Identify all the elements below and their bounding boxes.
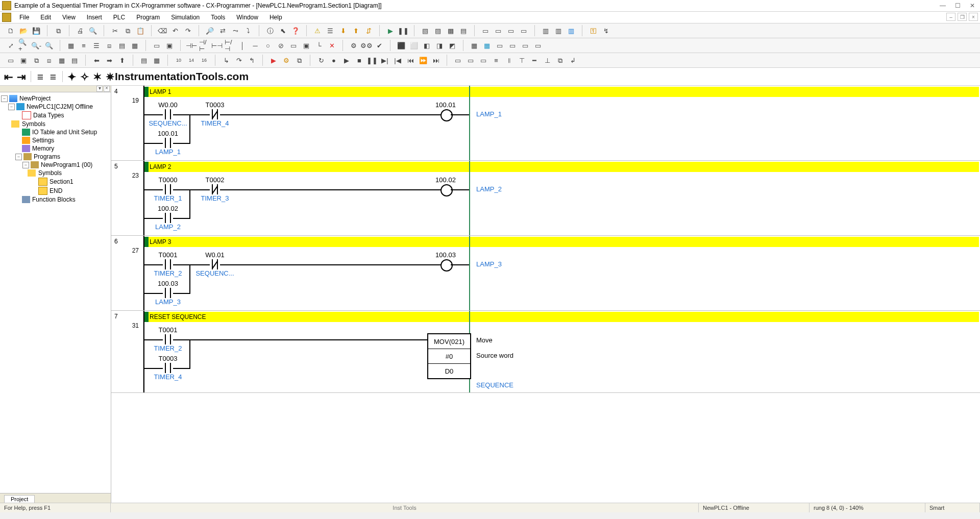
- show-map-button[interactable]: ▦: [129, 40, 140, 51]
- align-left-button[interactable]: ▭: [452, 55, 463, 66]
- mdi-close-button[interactable]: ×: [969, 13, 978, 21]
- print-preview-button[interactable]: 🔍: [87, 25, 99, 36]
- run-button[interactable]: ▶: [385, 25, 396, 36]
- find-button[interactable]: 🔎: [204, 25, 215, 36]
- wand2-button[interactable]: ✧: [79, 71, 90, 82]
- show-cross-button[interactable]: ⧇: [104, 40, 115, 51]
- delete-line-button[interactable]: ✕: [326, 40, 337, 51]
- force-on-button[interactable]: ⬛: [396, 40, 407, 51]
- tree-datatypes[interactable]: Data Types: [33, 112, 64, 119]
- project-tree[interactable]: −NewProject −NewPLC1[CJ2M] Offline Data …: [0, 92, 111, 493]
- play-button[interactable]: ▶: [341, 55, 352, 66]
- compile-button[interactable]: ⚙: [348, 40, 359, 51]
- work-online-button[interactable]: ☰: [325, 25, 336, 36]
- replace-button[interactable]: ⇄: [217, 25, 228, 36]
- replay-button[interactable]: ↻: [315, 55, 327, 66]
- transfer-to-plc-button[interactable]: ⬇: [337, 25, 349, 36]
- tree-program1[interactable]: NewProgram1 (00): [41, 161, 92, 168]
- step-back-button[interactable]: |◀: [392, 55, 403, 66]
- new-contact-button[interactable]: ⊣⊢: [186, 40, 197, 51]
- menu-insert[interactable]: Insert: [82, 13, 107, 22]
- pause-button[interactable]: ❚❚: [398, 25, 409, 36]
- output-button[interactable]: ▣: [164, 40, 175, 51]
- new-horizontal-button[interactable]: ─: [250, 40, 261, 51]
- delete-button[interactable]: ⌫: [157, 25, 168, 36]
- paste-button[interactable]: 📋: [135, 25, 146, 36]
- transfer-from-plc-button[interactable]: ⬆: [350, 25, 361, 36]
- new-button[interactable]: 🗋: [5, 25, 16, 36]
- align-right-button[interactable]: ▭: [478, 55, 489, 66]
- cursor-button[interactable]: ⬉: [277, 25, 288, 36]
- wand1-button[interactable]: ✦: [66, 71, 78, 82]
- menu-plc[interactable]: PLC: [108, 13, 130, 22]
- minimize-button[interactable]: —: [940, 2, 946, 9]
- dongle3-button[interactable]: ▥: [566, 25, 577, 36]
- open-button[interactable]: 📂: [18, 25, 29, 36]
- zoom-fit-button[interactable]: ⤢: [5, 40, 16, 51]
- close-button[interactable]: ✕: [970, 2, 975, 9]
- view-mnemonic-button[interactable]: ▤: [138, 55, 150, 66]
- instruction-block[interactable]: MOV(021) #0 D0: [427, 333, 471, 379]
- compare-plc-button[interactable]: ⇵: [363, 25, 374, 36]
- find-next-button[interactable]: ⤳: [230, 25, 241, 36]
- show-grid-button[interactable]: ▦: [65, 40, 77, 51]
- tree-programs[interactable]: Programs: [34, 153, 60, 160]
- contact-no[interactable]: [163, 259, 173, 269]
- contact-no[interactable]: [163, 334, 173, 344]
- new-instruction-button[interactable]: ▭: [288, 40, 299, 51]
- win5-button[interactable]: ▦: [56, 55, 67, 66]
- save-button[interactable]: 💾: [31, 25, 42, 36]
- menu-file[interactable]: File: [14, 13, 34, 22]
- step-over-button[interactable]: ↷: [233, 55, 244, 66]
- scale16-button[interactable]: 16: [199, 55, 210, 66]
- align-bot-button[interactable]: ⊥: [542, 55, 553, 66]
- scale10-button[interactable]: 10: [173, 55, 184, 66]
- online-button[interactable]: ⚠: [312, 25, 323, 36]
- contact-nc[interactable]: [210, 109, 220, 119]
- tree-iotable[interactable]: IO Table and Unit Setup: [32, 129, 97, 136]
- contact-no[interactable]: [163, 109, 173, 119]
- distribute-v-button[interactable]: ⦀: [503, 55, 514, 66]
- sim-start-button[interactable]: ▶: [268, 55, 279, 66]
- new-function-button[interactable]: ▣: [301, 40, 312, 51]
- win6-button[interactable]: ▤: [69, 55, 80, 66]
- dedent-button[interactable]: ≡: [35, 71, 46, 82]
- copy-button[interactable]: ⧉: [122, 25, 133, 36]
- expander-icon[interactable]: −: [22, 162, 29, 168]
- undo-button[interactable]: ↶: [169, 25, 181, 36]
- expander-icon[interactable]: −: [15, 154, 22, 160]
- line-mode-button[interactable]: └: [313, 40, 325, 51]
- align-top-button[interactable]: ⊤: [516, 55, 527, 66]
- check-button[interactable]: ✔: [374, 40, 385, 51]
- contact-no[interactable]: [163, 138, 173, 148]
- ungroup-button[interactable]: ↲: [567, 55, 578, 66]
- zoom-out-button[interactable]: 🔍-: [31, 40, 42, 51]
- menu-view[interactable]: View: [57, 13, 81, 22]
- indent-left-button[interactable]: ⇤: [3, 71, 14, 82]
- win1-button[interactable]: ▭: [5, 55, 16, 66]
- win4-button[interactable]: ⧇: [43, 55, 55, 66]
- rung-6[interactable]: 6 27 LAMP 3 T0001 TIMER_2: [111, 236, 980, 311]
- key-button[interactable]: ⚿: [587, 25, 599, 36]
- d1-button[interactable]: ▭: [494, 40, 505, 51]
- rack3-button[interactable]: ▭: [505, 25, 517, 36]
- differential-button[interactable]: ▦: [469, 40, 480, 51]
- reset-button[interactable]: ◩: [447, 40, 458, 51]
- tree-pin-button[interactable]: ▾: [96, 86, 103, 92]
- new-contact-nc-button[interactable]: ⊣/⊢: [199, 40, 210, 51]
- show-symbols-button[interactable]: ≡: [78, 40, 89, 51]
- new-vertical-button[interactable]: │: [237, 40, 248, 51]
- show-comments-button[interactable]: ▤: [116, 40, 128, 51]
- win3-button[interactable]: ⧉: [31, 55, 42, 66]
- step-out-button[interactable]: ↰: [246, 55, 257, 66]
- whats-this-button[interactable]: ❓: [290, 25, 301, 36]
- program-mode-button[interactable]: ▧: [420, 25, 431, 36]
- rung-7[interactable]: 7 31 RESET SEQUENCE T0001 TIMER_2: [111, 311, 980, 393]
- unlock-button[interactable]: ↯: [600, 25, 611, 36]
- skip-back-button[interactable]: ⏮: [405, 55, 416, 66]
- d4-button[interactable]: ▭: [532, 40, 544, 51]
- cut-button[interactable]: ✂: [109, 25, 120, 36]
- expander-icon[interactable]: −: [8, 104, 15, 110]
- contact-no[interactable]: [163, 288, 173, 298]
- compare-button[interactable]: ⧉: [53, 25, 64, 36]
